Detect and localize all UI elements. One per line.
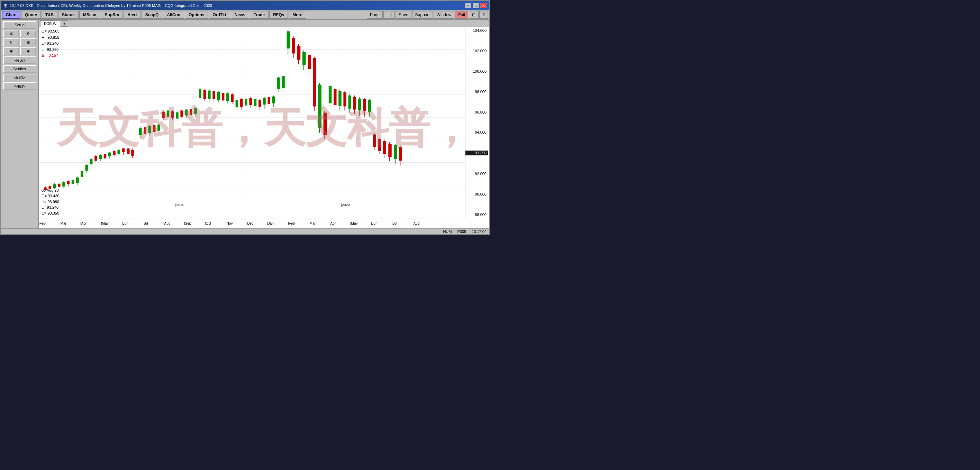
svg-rect-75	[194, 108, 197, 114]
svg-rect-133	[334, 89, 337, 105]
sidebar-arrows-row: ⇅ ⊞	[3, 38, 36, 46]
exit-button[interactable]: Exit	[455, 11, 468, 19]
svg-rect-43	[117, 150, 120, 154]
time-label-jul1: |Jul	[143, 221, 148, 225]
support-button[interactable]: Support	[412, 11, 433, 19]
time-label-jul2: |Jul	[392, 221, 397, 225]
title-bar-left: ⊞ 13:17:03 DXE - Dollar Index (ICE), Wee…	[3, 3, 212, 8]
ohlc-high: H= 93.815	[41, 35, 59, 41]
menu-quote[interactable]: Quote	[21, 11, 41, 19]
minimize-all-button[interactable]: ⊟	[469, 11, 479, 19]
svg-rect-115	[286, 32, 290, 49]
bottom-low: L= 93.240	[41, 204, 59, 210]
asterisk1-button[interactable]: ✱	[3, 48, 19, 56]
svg-rect-33	[94, 156, 97, 161]
menu-ts[interactable]: T&S	[41, 11, 57, 19]
svg-rect-81	[208, 91, 211, 99]
add-tab-button[interactable]: +	[61, 21, 68, 27]
menu-news[interactable]: News	[231, 11, 249, 19]
svg-rect-59	[158, 124, 160, 131]
svg-rect-83	[212, 91, 215, 99]
svg-rect-117	[292, 38, 295, 54]
ohlc-delta: Δ= -0.157	[41, 53, 59, 59]
chart-tab-dxew[interactable]: DXE,W	[40, 21, 60, 27]
svg-rect-147	[368, 100, 371, 112]
window-button[interactable]: Window	[434, 11, 455, 19]
svg-rect-157	[394, 145, 397, 159]
svg-rect-111	[277, 78, 280, 89]
maximize-button[interactable]: □	[473, 3, 479, 8]
rescl-button[interactable]: ReScl	[3, 56, 37, 64]
svg-rect-79	[204, 90, 206, 99]
year-2019-label: |2019	[175, 203, 185, 207]
svg-rect-61	[162, 112, 165, 118]
setup-button[interactable]: Setup	[3, 21, 37, 29]
window-title: 13:17:03 DXE - Dollar Index (ICE), Weekl…	[10, 3, 212, 8]
page-nav-button[interactable]: →|	[383, 11, 395, 19]
menu-mscan[interactable]: MScan	[79, 11, 100, 19]
up-down-button[interactable]: ⇅	[3, 38, 19, 46]
menu-supsrv[interactable]: SupSrv	[101, 11, 123, 19]
menu-options[interactable]: Options	[185, 11, 208, 19]
menu-alert[interactable]: Alert	[124, 11, 140, 19]
menu-trade[interactable]: Trade	[250, 11, 269, 19]
intd-button[interactable]: <IntD>	[3, 74, 37, 81]
time-label-aug1: |Aug	[163, 221, 170, 225]
svg-rect-131	[329, 86, 332, 104]
menu-more[interactable]: More	[289, 11, 306, 19]
svg-rect-25	[76, 178, 79, 183]
svg-rect-19	[62, 182, 65, 186]
svg-rect-93	[235, 100, 239, 108]
page-button[interactable]: Page	[367, 11, 383, 19]
help-button[interactable]: ?	[479, 11, 488, 19]
svg-rect-21	[67, 182, 70, 185]
time-label-oct1: |Oct	[205, 221, 211, 225]
num-indicator: NUM	[443, 229, 452, 234]
close-button[interactable]: ✕	[480, 3, 487, 8]
menu-status[interactable]: Status	[58, 11, 78, 19]
asterisk2-button[interactable]: ✱	[20, 48, 36, 56]
minimize-button[interactable]: ─	[465, 3, 471, 8]
svg-rect-23	[72, 180, 75, 184]
svg-rect-135	[339, 91, 342, 106]
time-label-jun2: |Jun	[371, 221, 377, 225]
time-label-jun1: |Jun	[122, 221, 128, 225]
svg-rect-89	[226, 94, 229, 101]
menu-bar: Chart Quote T&S Status MScan SupSrv Aler…	[1, 10, 489, 20]
price-100: 100.000	[465, 69, 488, 73]
price-94: 94.000	[465, 130, 488, 134]
menu-chart[interactable]: Chart	[2, 11, 21, 19]
price-98: 98.000	[465, 90, 488, 94]
studies-button[interactable]: Studies	[3, 65, 37, 73]
time-label-aug2: |Aug	[412, 221, 419, 225]
svg-rect-105	[263, 97, 266, 105]
price-axis: 104.000 102.000 100.000 98.000 96.000 94…	[465, 27, 489, 218]
bottom-open: O= 93.430	[41, 193, 59, 199]
svg-rect-37	[104, 154, 107, 159]
bottom-ohlc: 03 Aug 20 O= 93.430 H= 93.980 L= 93.240 …	[41, 188, 59, 216]
time-label-jan2: |Jan	[267, 221, 274, 225]
svg-rect-101	[254, 99, 257, 106]
svg-rect-87	[222, 93, 224, 101]
time-label-may1: |May	[101, 221, 109, 225]
menu-allcon[interactable]: AllCon	[163, 11, 184, 19]
price-92: 92.000	[465, 172, 488, 176]
hist-button[interactable]: <Hist>	[3, 82, 37, 90]
time-label-feb1: |Feb	[39, 221, 46, 225]
save-button[interactable]: Save	[396, 11, 411, 19]
svg-rect-85	[217, 92, 220, 100]
menu-rfqs[interactable]: RFQs	[269, 11, 288, 19]
grid-button[interactable]: ⊞	[20, 38, 36, 46]
svg-rect-29	[86, 165, 88, 170]
time-label-apr1: |Apr	[80, 221, 86, 225]
menu-ordtkt[interactable]: OrdTkt	[208, 11, 230, 19]
menu-snapq[interactable]: SnapQ	[142, 11, 163, 19]
chart-tabs: DXE,W +	[39, 20, 489, 27]
print-button[interactable]: 🖨	[3, 30, 19, 37]
currency-button[interactable]: €	[20, 30, 36, 37]
svg-rect-99	[249, 98, 252, 105]
svg-rect-123	[308, 55, 311, 69]
time-label-nov1: |Nov	[226, 221, 232, 225]
time-axis: |Feb |Mar |Apr |May |Jun |Jul |Aug |Sep …	[39, 218, 465, 228]
svg-rect-153	[383, 141, 386, 154]
